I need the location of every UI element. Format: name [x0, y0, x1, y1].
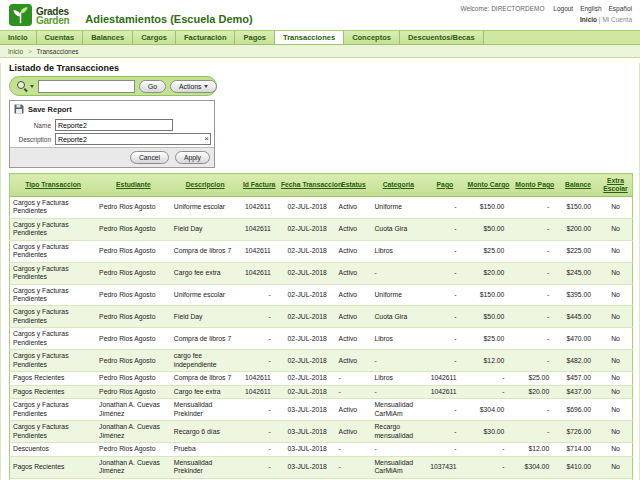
breadcrumb-home-link[interactable]: Inicio	[8, 48, 23, 55]
table-cell: -	[512, 306, 557, 328]
table-cell: $25.00	[465, 328, 513, 350]
report-description-field[interactable]	[55, 133, 211, 145]
column-header: Tipo Transaccion	[10, 174, 97, 197]
tab-pagos[interactable]: Pagos	[235, 31, 275, 44]
table-cell: -	[239, 399, 278, 421]
search-icon[interactable]	[17, 81, 28, 92]
table-cell: No	[599, 385, 633, 398]
column-header: Extra Escolar	[599, 174, 633, 197]
table-cell: Activo	[336, 350, 372, 372]
link-espaol[interactable]: Español	[609, 5, 633, 12]
go-button[interactable]: Go	[139, 80, 166, 93]
table-cell: -	[336, 443, 372, 456]
table-cell: Cargo fee extra	[171, 262, 240, 284]
tab-descuentos-becas[interactable]: Descuentos/Becas	[400, 31, 484, 44]
table-cell: Cargos y Facturas Pendientes	[10, 421, 97, 443]
table-row: Pagos RecientesJonathan A. Cuevas Jiméne…	[10, 456, 633, 478]
table-cell: 1042611	[239, 196, 278, 218]
table-cell: $482.00	[557, 350, 599, 372]
table-cell: Activo	[336, 218, 372, 240]
table-cell: -	[465, 443, 513, 456]
table-cell: Activo	[336, 262, 372, 284]
actions-button[interactable]: Actions	[170, 80, 217, 93]
tab-cargos[interactable]: Cargos	[133, 31, 176, 44]
column-sort-link[interactable]: Id Factura	[243, 181, 275, 188]
table-cell: -	[512, 262, 557, 284]
table-cell: -	[425, 306, 464, 328]
table-body: Cargos y Facturas PendientesPedro Rios A…	[10, 196, 633, 480]
table-cell: No	[599, 218, 633, 240]
table-cell: Activo	[336, 306, 372, 328]
breadcrumb: Inicio > Transacciones	[0, 45, 640, 58]
tab-cuentas[interactable]: Cuentas	[37, 31, 84, 44]
page-header: Grades Garden Adiestamientos (Escuela De…	[0, 0, 640, 30]
table-cell: $225.00	[557, 240, 599, 262]
table-cell: Mensualidad Prekinder	[171, 399, 240, 421]
table-cell: 03-JUL-2018	[279, 421, 336, 443]
table-cell: Pedro Rios Agosto	[96, 350, 171, 372]
table-cell: Uniforme	[371, 196, 425, 218]
table-cell: 1042611	[425, 385, 464, 398]
table-cell: 1042611	[239, 372, 278, 385]
link-mi-cuenta[interactable]: Mi Cuenta	[602, 16, 632, 23]
tab-inicio[interactable]: Inicio	[0, 31, 37, 44]
table-row: Pagos RecientesPedro Rios AgostoCargo fe…	[10, 385, 633, 398]
table-cell: 1042611	[425, 372, 464, 385]
table-cell: -	[371, 262, 425, 284]
table-cell: No	[599, 372, 633, 385]
tab-transacciones[interactable]: Transacciones	[275, 31, 344, 44]
tab-conceptos[interactable]: Conceptos	[344, 31, 400, 44]
table-cell: Activo	[336, 240, 372, 262]
column-sort-link[interactable]: Descripcion	[186, 181, 225, 188]
table-cell: -	[512, 328, 557, 350]
table-cell: -	[425, 196, 464, 218]
table-cell: 02-JUL-2018	[279, 385, 336, 398]
table-cell: $20.00	[512, 385, 557, 398]
column-sort-link[interactable]: Estudiante	[116, 181, 151, 188]
link-inicio-home[interactable]: Inicio	[580, 16, 597, 23]
table-cell: -	[371, 385, 425, 398]
table-cell: Pagos Recientes	[10, 385, 97, 398]
apply-button[interactable]: Apply	[175, 151, 210, 164]
app-title: Adiestamientos (Escuela Demo)	[85, 7, 253, 25]
column-sort-link[interactable]: Categoria	[383, 181, 414, 188]
link-logout[interactable]: Logout	[553, 5, 573, 12]
table-cell: Mensualidad Prekinder	[171, 456, 240, 478]
table-cell: Uniforme escolar	[171, 196, 240, 218]
column-sort-link[interactable]: Balance	[565, 181, 591, 188]
table-cell: $445.00	[557, 306, 599, 328]
clear-description-icon[interactable]: ×	[204, 134, 209, 144]
table-cell: -	[239, 306, 278, 328]
table-cell: 1042611	[239, 262, 278, 284]
column-sort-link[interactable]: Monto Pago	[515, 181, 554, 188]
table-row: Pagos RecientesPedro Rios AgostoCompra d…	[10, 372, 633, 385]
table-cell: $25.00	[512, 372, 557, 385]
report-name-field[interactable]	[55, 119, 173, 131]
column-sort-link[interactable]: Fecha Transaccion	[281, 181, 342, 188]
tab-balances[interactable]: Balances	[83, 31, 133, 44]
column-sort-link[interactable]: Pago	[437, 181, 454, 188]
table-cell: Cargos y Facturas Pendientes	[10, 399, 97, 421]
table-cell: $304.00	[465, 399, 513, 421]
cancel-button[interactable]: Cancel	[130, 151, 169, 164]
column-sort-link[interactable]: Estatus	[341, 181, 366, 188]
search-input[interactable]	[38, 80, 135, 93]
breadcrumb-current: Transacciones	[37, 48, 79, 55]
top-links: LogoutEnglishEspañol	[546, 5, 632, 12]
table-cell: Descuentos	[10, 443, 97, 456]
table-cell: -	[425, 350, 464, 372]
search-column-caret-icon[interactable]	[30, 85, 34, 88]
table-header-row: Tipo TransaccionEstudianteDescripcionId …	[10, 174, 633, 197]
tab-facturacion[interactable]: Facturación	[176, 31, 236, 44]
column-sort-link[interactable]: Monto Cargo	[468, 181, 510, 188]
table-cell: Libros	[371, 328, 425, 350]
table-cell: 02-JUL-2018	[279, 218, 336, 240]
table-cell: Pedro Rios Agosto	[96, 240, 171, 262]
table-cell: No	[599, 443, 633, 456]
table-cell: $150.00	[465, 284, 513, 306]
link-english[interactable]: English	[580, 5, 601, 12]
column-sort-link[interactable]: Tipo Transaccion	[25, 181, 81, 188]
table-cell: $20.00	[465, 262, 513, 284]
user-nav-separator: |	[599, 16, 601, 23]
column-sort-link[interactable]: Extra Escolar	[603, 177, 628, 192]
